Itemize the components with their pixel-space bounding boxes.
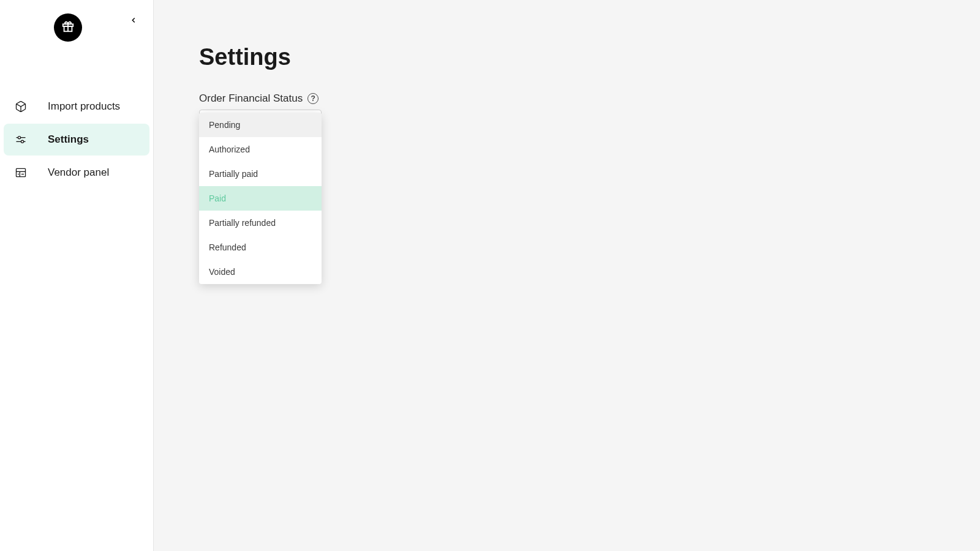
help-icon[interactable]: ? bbox=[307, 93, 318, 104]
collapse-sidebar-button[interactable] bbox=[125, 13, 142, 30]
option-label: Pending bbox=[209, 120, 240, 130]
sliders-icon bbox=[15, 133, 27, 146]
nav-label: Settings bbox=[48, 133, 89, 146]
panel-icon bbox=[15, 167, 27, 179]
financial-status-select[interactable]: Pending Authorized Partially paid Paid P… bbox=[199, 110, 322, 114]
dropdown-option-partially-paid[interactable]: Partially paid bbox=[199, 162, 322, 186]
svg-rect-8 bbox=[17, 168, 26, 176]
app-logo bbox=[54, 13, 82, 42]
field-label: Order Financial Status bbox=[199, 92, 303, 105]
option-label: Partially paid bbox=[209, 169, 258, 179]
option-label: Partially refunded bbox=[209, 218, 276, 228]
sidebar-item-import-products[interactable]: Import products bbox=[4, 91, 149, 122]
sidebar-item-vendor-panel[interactable]: Vendor panel bbox=[4, 157, 149, 189]
nav-label: Vendor panel bbox=[48, 167, 109, 179]
nav-label: Import products bbox=[48, 100, 120, 113]
sidebar-header bbox=[4, 13, 149, 42]
option-label: Paid bbox=[209, 193, 226, 203]
dropdown-option-pending[interactable]: Pending bbox=[199, 113, 322, 137]
sidebar: Import products Settings Vendor panel bbox=[0, 0, 154, 551]
option-label: Authorized bbox=[209, 144, 250, 154]
svg-point-7 bbox=[21, 140, 23, 143]
option-label: Refunded bbox=[209, 242, 246, 252]
dropdown-panel: Pending Authorized Partially paid Paid P… bbox=[199, 113, 322, 284]
field-header: Order Financial Status ? bbox=[199, 92, 935, 105]
page-title: Settings bbox=[199, 44, 935, 70]
dropdown-option-authorized[interactable]: Authorized bbox=[199, 137, 322, 162]
gift-icon bbox=[61, 20, 75, 36]
dropdown-option-paid[interactable]: Paid bbox=[199, 186, 322, 211]
svg-point-6 bbox=[18, 137, 20, 139]
box-icon bbox=[15, 100, 27, 113]
main-content: Settings Order Financial Status ? Pendin… bbox=[154, 0, 980, 551]
dropdown-option-voided[interactable]: Voided bbox=[199, 260, 322, 284]
option-label: Voided bbox=[209, 267, 235, 277]
dropdown-option-refunded[interactable]: Refunded bbox=[199, 235, 322, 260]
dropdown-option-partially-refunded[interactable]: Partially refunded bbox=[199, 211, 322, 235]
chevron-left-icon bbox=[129, 16, 138, 27]
sidebar-item-settings[interactable]: Settings bbox=[4, 124, 149, 156]
